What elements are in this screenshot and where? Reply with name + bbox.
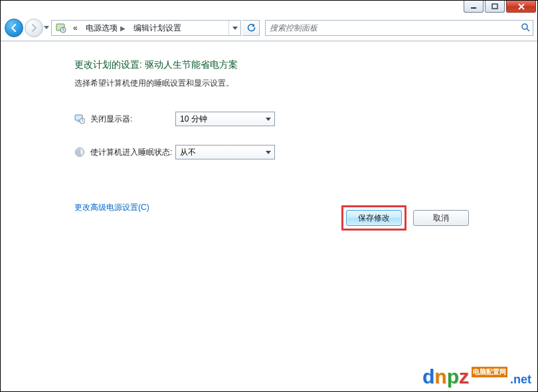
search-input[interactable]: [268, 23, 518, 33]
refresh-icon: [246, 23, 256, 33]
watermark-letter: p: [447, 367, 459, 387]
setting-label: 使计算机进入睡眠状态:: [90, 147, 175, 158]
setting-row-display-off: 关闭显示器: 10 分钟: [74, 112, 537, 126]
select-value: 从不: [180, 147, 196, 158]
save-highlight: 保存修改: [341, 205, 406, 231]
content-area: 更改计划的设置: 驱动人生节能省电方案 选择希望计算机使用的睡眠设置和显示设置。…: [1, 42, 537, 391]
watermark-letter: n: [434, 367, 446, 387]
svg-point-6: [522, 24, 527, 29]
chevron-down-icon: [44, 26, 49, 30]
maximize-button[interactable]: [485, 1, 505, 13]
select-value: 10 分钟: [180, 114, 207, 125]
window-chrome: [464, 1, 537, 15]
watermark-letter: z: [459, 367, 469, 387]
page-subtitle: 选择希望计算机使用的睡眠设置和显示设置。: [74, 78, 537, 89]
nav-history-dropdown[interactable]: [43, 23, 50, 33]
select-sleep[interactable]: 从不: [175, 145, 275, 159]
maximize-icon: [492, 3, 498, 9]
setting-row-sleep: 使计算机进入睡眠状态: 从不: [74, 145, 537, 159]
toolbar: « 电源选项 ▶ 编辑计划设置: [5, 17, 533, 39]
svg-rect-1: [492, 4, 497, 9]
advanced-settings-link[interactable]: 更改高级电源设置(C): [74, 202, 149, 213]
refresh-button[interactable]: [242, 20, 260, 36]
search-box[interactable]: [265, 20, 533, 36]
chevron-right-icon: ▶: [120, 25, 126, 32]
arrow-right-icon: [29, 23, 39, 33]
chevron-down-icon: [232, 27, 238, 30]
moon-icon: [74, 147, 85, 157]
watermark-logo: d n p z 电脑配置网 .net: [422, 367, 531, 387]
search-icon: [521, 23, 530, 34]
address-dropdown[interactable]: [228, 21, 240, 35]
select-display-off[interactable]: 10 分钟: [175, 112, 275, 126]
chevron-down-icon: [262, 112, 274, 126]
cancel-button[interactable]: 取消: [413, 210, 469, 226]
minimize-button[interactable]: [464, 1, 484, 13]
back-button[interactable]: [5, 19, 23, 37]
breadcrumb-item-1[interactable]: 编辑计划设置: [130, 21, 185, 35]
watermark-badge: 电脑配置网: [472, 367, 507, 377]
close-button[interactable]: [506, 1, 536, 13]
save-button[interactable]: 保存修改: [346, 210, 402, 226]
breadcrumb-label: 电源选项: [86, 23, 118, 34]
control-panel-icon: [52, 21, 69, 35]
breadcrumb-label: 编辑计划设置: [134, 23, 181, 34]
forward-button[interactable]: [25, 19, 43, 37]
address-bar[interactable]: « 电源选项 ▶ 编辑计划设置: [51, 20, 241, 36]
watermark-letter: d: [422, 367, 434, 387]
close-icon: [517, 3, 525, 10]
minimize-icon: [470, 4, 477, 9]
chevron-down-icon: [262, 146, 274, 159]
watermark-suffix: .net: [510, 373, 531, 387]
svg-line-7: [527, 29, 529, 31]
breadcrumb-prefix: «: [69, 21, 82, 35]
monitor-clock-icon: [74, 114, 85, 124]
arrow-left-icon: [9, 23, 19, 33]
nav-buttons: [5, 18, 46, 38]
breadcrumb-item-0[interactable]: 电源选项 ▶: [82, 21, 130, 35]
setting-label: 关闭显示器:: [90, 114, 175, 125]
button-row: 保存修改 取消: [341, 205, 469, 231]
page-title: 更改计划的设置: 驱动人生节能省电方案: [74, 59, 537, 71]
